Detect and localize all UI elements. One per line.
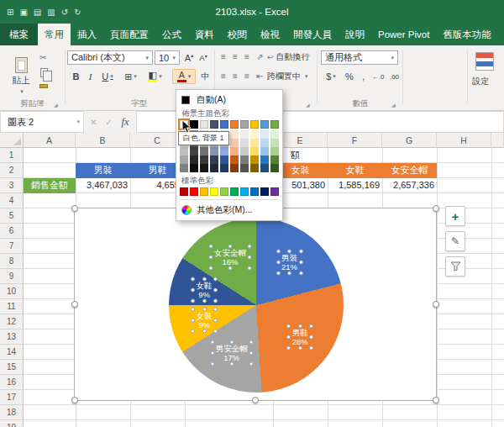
variant-color-swatch[interactable] [230,139,239,147]
conditional-formatting-button[interactable]: 設定 [472,76,489,87]
more-colors-item[interactable]: 其他色彩(M)... [176,203,282,218]
tab-home[interactable]: 常用 [38,24,71,45]
variant-color-swatch[interactable] [260,147,269,156]
variant-color-swatch[interactable] [180,156,188,164]
label-handle[interactable] [249,362,253,366]
variant-color-swatch[interactable] [260,130,269,139]
name-box[interactable]: 圖表 2 ▾ [0,111,84,133]
font-family-combo[interactable]: Calibri (本文) ▾ [67,50,153,65]
format-painter-icon[interactable] [39,84,48,88]
label-handle[interactable] [191,277,195,282]
variant-color-swatch[interactable] [240,139,249,147]
conditional-formatting-icon[interactable] [475,52,494,71]
variant-color-swatch[interactable] [240,156,249,164]
theme-color-swatch[interactable] [200,120,208,129]
label-handle[interactable] [298,324,302,328]
row-header-3[interactable]: 3 [0,178,24,193]
label-handle[interactable] [229,340,234,345]
variant-color-swatch[interactable] [210,164,218,172]
variant-color-swatch[interactable] [240,130,249,139]
standard-color-swatch[interactable] [230,187,239,196]
chart-resize-handle[interactable] [433,397,439,403]
variant-color-swatch[interactable] [250,147,259,156]
standard-color-swatch[interactable] [190,187,198,196]
chart-resize-handle[interactable] [71,301,78,308]
column-header-b[interactable]: B [76,133,130,148]
standard-color-swatch[interactable] [250,187,259,196]
bold-button[interactable]: B [69,69,83,84]
row-header-19[interactable]: 19 [0,420,24,427]
row-header-18[interactable]: 18 [0,405,24,420]
decrease-indent-icon[interactable]: ⇤ [255,71,265,81]
cell-b2[interactable]: 男裝 [76,163,130,178]
variant-color-swatch[interactable] [270,156,279,164]
font-size-combo[interactable]: 10 ▾ [155,50,180,65]
enter-icon[interactable]: ✓ [102,118,116,127]
column-header-h[interactable]: H [437,133,491,148]
cell-row1-title-partial[interactable]: 額 [291,148,316,163]
row-header-15[interactable]: 15 [0,360,24,375]
label-handle[interactable] [287,250,291,254]
cell-g2[interactable]: 女安全帽 [382,163,437,178]
phonetic-guide-button[interactable]: 中 [198,69,213,84]
label-handle[interactable] [309,345,313,350]
tab-file[interactable]: 檔案 [0,24,38,45]
row-header-2[interactable]: 2 [0,163,24,178]
tab-formulas[interactable]: 公式 [155,24,188,45]
variant-color-swatch[interactable] [220,156,228,164]
label-handle[interactable] [191,307,195,311]
label-handle[interactable] [228,266,232,271]
pie-data-label[interactable]: 男鞋28% [289,326,312,348]
variant-color-swatch[interactable] [260,164,269,172]
label-handle[interactable] [286,345,291,350]
label-handle[interactable] [210,340,214,345]
variant-color-swatch[interactable] [210,156,218,164]
orientation-icon[interactable]: ⇗ [255,52,265,61]
tab-review[interactable]: 校閱 [221,24,254,45]
variant-color-swatch[interactable] [260,156,269,164]
label-handle[interactable] [228,245,232,249]
variant-color-swatch[interactable] [200,164,208,172]
decrease-font-size-button[interactable]: A▾ [197,50,210,65]
theme-color-swatch[interactable] [220,120,228,129]
underline-button[interactable]: U▾ [97,69,118,84]
standard-color-swatch[interactable] [270,187,279,196]
label-handle[interactable] [191,299,195,303]
automatic-color-item[interactable]: 自動(A) [176,92,282,107]
variant-color-swatch[interactable] [250,139,259,147]
label-handle[interactable] [286,335,291,339]
variant-color-swatch[interactable] [180,147,188,156]
tab-legacy[interactable]: 舊版本功能 [436,24,498,45]
label-handle[interactable] [299,271,303,276]
variant-color-swatch[interactable] [240,164,249,172]
label-handle[interactable] [191,288,195,293]
tab-insert[interactable]: 插入 [71,24,103,45]
theme-color-swatch[interactable] [210,120,218,129]
cell-g3[interactable]: 2,657,336 [382,178,437,193]
paste-button[interactable]: 貼上 ▾ [6,50,36,101]
row-header-8[interactable]: 8 [0,254,24,269]
variant-color-swatch[interactable] [230,156,239,164]
label-handle[interactable] [213,329,218,333]
variant-color-swatch[interactable] [250,164,259,172]
label-handle[interactable] [202,307,207,311]
label-handle[interactable] [191,318,195,322]
number-format-combo[interactable]: 通用格式 ▾ [321,50,398,65]
theme-color-swatch[interactable] [260,120,269,129]
label-handle[interactable] [202,329,207,333]
increase-font-size-button[interactable]: A▴ [182,50,196,65]
label-handle[interactable] [213,299,218,303]
column-header-f[interactable]: F [328,133,382,148]
standard-color-swatch[interactable] [210,187,218,196]
variant-color-swatch[interactable] [200,147,208,156]
row-header-1[interactable]: 1 [0,148,24,163]
row-header-11[interactable]: 11 [0,299,24,314]
variant-color-swatch[interactable] [180,164,188,172]
label-handle[interactable] [286,324,291,328]
chart-filters-button[interactable] [445,256,465,277]
tab-help[interactable]: 說明 [339,24,371,45]
pie-data-label[interactable]: 男安全帽17% [213,342,251,364]
variant-color-swatch[interactable] [250,156,259,164]
variant-color-swatch[interactable] [250,130,259,139]
column-header-g[interactable]: G [382,133,437,148]
